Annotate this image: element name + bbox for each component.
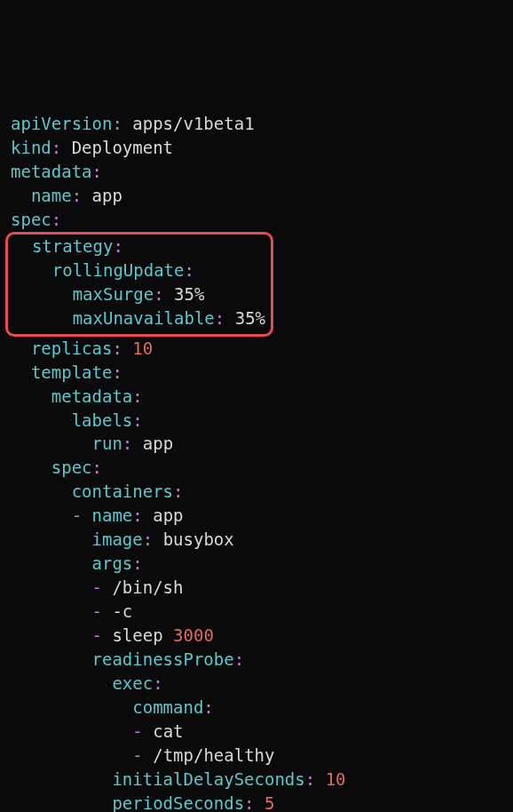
colon: : (153, 673, 162, 693)
yaml-line: apiVersion: apps/v1beta1 (11, 112, 502, 136)
colon: : (112, 338, 122, 358)
yaml-line: labels: (11, 409, 502, 433)
yaml-line: image: busybox (11, 528, 502, 552)
yaml-line: containers: (11, 480, 502, 504)
yaml-value: 5 (264, 793, 274, 812)
dash: - (92, 601, 102, 621)
yaml-line: - name: app (11, 504, 502, 528)
yaml-key: maxUnavailable (73, 308, 215, 328)
yaml-key: strategy (32, 236, 114, 256)
yaml-line: maxUnavailable: 35% (12, 306, 265, 330)
yaml-line: readinessProbe: (11, 648, 502, 672)
colon: : (244, 793, 254, 812)
yaml-value: 10 (132, 338, 153, 358)
dash: - (132, 745, 142, 765)
yaml-key: run (92, 434, 122, 453)
yaml-line: replicas: 10 (11, 337, 502, 361)
yaml-key: kind (11, 138, 51, 157)
yaml-value: cat (153, 721, 183, 741)
yaml-key: image (92, 529, 143, 549)
yaml-key: name (92, 506, 133, 525)
yaml-line: args: (11, 552, 502, 576)
yaml-line: metadata: (11, 385, 502, 409)
dash: - (92, 577, 102, 597)
colon: : (132, 410, 142, 430)
yaml-value: 35% (235, 308, 265, 328)
colon: : (234, 649, 244, 669)
yaml-key: apiVersion (11, 114, 112, 133)
yaml-key: exec (112, 673, 153, 693)
yaml-value: sleep (112, 625, 173, 645)
yaml-line: kind: Deployment (11, 136, 502, 160)
yaml-key: readinessProbe (92, 649, 234, 669)
yaml-line: command: (11, 696, 502, 720)
yaml-key: name (31, 186, 72, 205)
yaml-value: app (92, 186, 122, 205)
yaml-line: periodSeconds: 5 (11, 792, 502, 812)
yaml-line: exec: (11, 672, 502, 696)
yaml-line: spec: (11, 456, 502, 480)
yaml-key: spec (51, 458, 92, 477)
colon: : (112, 114, 122, 133)
colon: : (305, 769, 315, 789)
yaml-line: rollingUpdate: (12, 259, 265, 283)
colon: : (215, 308, 225, 328)
yaml-value: /tmp/healthy (153, 745, 274, 765)
dash: - (92, 625, 102, 645)
yaml-value: 3000 (173, 625, 214, 645)
colon: : (143, 529, 153, 549)
yaml-key: replicas (31, 338, 113, 358)
colon: : (92, 458, 102, 477)
colon: : (184, 260, 193, 280)
yaml-line: initialDelaySeconds: 10 (11, 768, 502, 792)
colon: : (112, 362, 122, 382)
yaml-key: template (31, 362, 113, 382)
yaml-value: busybox (163, 529, 234, 549)
yaml-key: metadata (51, 386, 133, 406)
yaml-key: containers (72, 482, 173, 501)
yaml-key: command (132, 697, 203, 717)
colon: : (203, 697, 213, 717)
yaml-key: metadata (11, 162, 92, 181)
yaml-line: - sleep 3000 (11, 624, 502, 648)
colon: : (113, 236, 122, 256)
yaml-value: Deployment (72, 138, 173, 157)
yaml-value: /bin/sh (112, 577, 183, 597)
colon: : (92, 162, 102, 181)
yaml-value: app (153, 506, 183, 525)
dash: - (132, 721, 142, 741)
colon: : (132, 553, 142, 573)
yaml-key: rollingUpdate (52, 260, 185, 280)
yaml-line: maxSurge: 35% (12, 283, 265, 306)
yaml-key: maxSurge (73, 284, 154, 304)
colon: : (154, 284, 163, 304)
yaml-line: - /bin/sh (11, 576, 502, 600)
yaml-line: strategy: (12, 235, 265, 259)
yaml-value: 10 (326, 769, 346, 789)
yaml-key: args (92, 553, 133, 573)
yaml-line: name: app (11, 184, 502, 208)
colon: : (51, 138, 61, 157)
yaml-line: spec: (11, 208, 502, 232)
dash: - (72, 506, 82, 525)
colon: : (72, 186, 82, 205)
yaml-key: periodSeconds (112, 793, 244, 812)
yaml-line: template: (11, 361, 502, 385)
yaml-key: spec (11, 210, 51, 229)
yaml-line: - cat (11, 720, 502, 744)
colon: : (132, 506, 142, 525)
yaml-key: initialDelaySeconds (112, 769, 304, 789)
colon: : (51, 210, 61, 229)
yaml-line: - /tmp/healthy (11, 744, 502, 768)
yaml-value: apps/v1beta1 (132, 114, 254, 133)
yaml-value: app (143, 434, 173, 453)
yaml-key: labels (72, 410, 133, 430)
yaml-line: run: app (11, 432, 502, 456)
colon: : (173, 482, 183, 501)
colon: : (122, 434, 132, 453)
highlight-box: strategy: rollingUpdate: maxSurge: 35% m… (5, 232, 273, 337)
yaml-line: - -c (11, 600, 502, 624)
yaml-line: metadata: (11, 160, 502, 184)
yaml-value: 35% (174, 284, 204, 304)
colon: : (132, 386, 142, 406)
